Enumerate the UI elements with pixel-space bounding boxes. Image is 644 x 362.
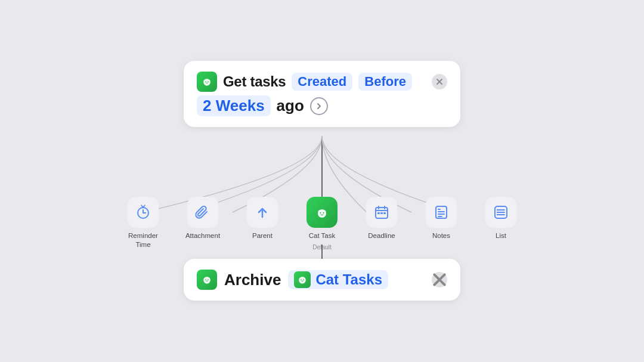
badge-before[interactable]: Before bbox=[358, 73, 412, 91]
top-card: Get tasks Created Before 2 Weeks ago bbox=[184, 61, 460, 127]
app-icon-bottom bbox=[197, 270, 217, 290]
cat-task-icon bbox=[314, 204, 330, 221]
connectors-svg bbox=[0, 0, 644, 362]
svg-point-34 bbox=[205, 279, 206, 280]
node-cat-task[interactable]: Cat Task Default bbox=[298, 197, 346, 250]
nodes-row: ReminderTime Attachment Parent bbox=[119, 197, 525, 250]
list-label: List bbox=[496, 231, 506, 240]
svg-line-9 bbox=[141, 205, 143, 207]
reminder-time-icon-bg bbox=[128, 197, 159, 228]
list-icon bbox=[493, 204, 509, 221]
next-arrow-button[interactable] bbox=[310, 97, 328, 115]
attachment-icon-bg bbox=[187, 197, 218, 228]
list-icon-bg bbox=[485, 197, 516, 228]
svg-point-12 bbox=[320, 212, 321, 214]
node-deadline[interactable]: Deadline bbox=[358, 197, 405, 240]
node-parent[interactable]: Parent bbox=[239, 197, 286, 240]
bottom-card-close-button[interactable] bbox=[432, 272, 447, 287]
svg-point-13 bbox=[323, 212, 324, 214]
paperclip-icon bbox=[194, 204, 211, 221]
svg-line-10 bbox=[144, 205, 145, 207]
node-notes[interactable]: Notes bbox=[417, 197, 465, 240]
calendar-icon bbox=[373, 204, 390, 221]
svg-point-32 bbox=[497, 214, 498, 215]
node-list[interactable]: List bbox=[477, 197, 525, 240]
arrow-up-icon bbox=[254, 204, 271, 221]
svg-point-35 bbox=[208, 279, 209, 280]
svg-point-30 bbox=[497, 209, 498, 211]
top-card-title: Get tasks bbox=[223, 73, 286, 90]
svg-point-37 bbox=[301, 279, 302, 280]
badge-app-icon bbox=[294, 271, 311, 288]
svg-point-4 bbox=[208, 81, 209, 82]
cat-task-icon-bg bbox=[306, 197, 338, 228]
badge-2weeks[interactable]: 2 Weeks bbox=[197, 95, 271, 116]
clock-icon bbox=[135, 204, 151, 221]
svg-point-2 bbox=[203, 79, 210, 86]
cat-task-label: Cat Task bbox=[309, 231, 336, 240]
node-attachment[interactable]: Attachment bbox=[179, 197, 227, 240]
parent-icon-bg bbox=[247, 197, 278, 228]
cat-task-sublabel: Default bbox=[312, 244, 332, 250]
ago-text: ago bbox=[277, 97, 304, 115]
reminder-time-label: ReminderTime bbox=[128, 231, 158, 249]
svg-rect-18 bbox=[377, 212, 380, 214]
bottom-card-title: Archive bbox=[224, 271, 281, 289]
node-reminder-time[interactable]: ReminderTime bbox=[119, 197, 167, 249]
svg-point-33 bbox=[203, 277, 210, 284]
deadline-label: Deadline bbox=[368, 231, 395, 240]
badge-created[interactable]: Created bbox=[292, 73, 352, 91]
svg-point-3 bbox=[205, 81, 206, 82]
deadline-icon-bg bbox=[366, 197, 397, 228]
attachment-label: Attachment bbox=[185, 231, 220, 240]
bottom-card-badge[interactable]: Cat Tasks bbox=[288, 270, 388, 289]
top-card-close-button[interactable] bbox=[432, 74, 447, 89]
canvas: Get tasks Created Before 2 Weeks ago bbox=[0, 0, 644, 362]
app-icon-top bbox=[197, 72, 217, 92]
svg-rect-19 bbox=[380, 212, 383, 214]
svg-point-31 bbox=[497, 212, 498, 213]
svg-point-38 bbox=[304, 279, 305, 280]
svg-rect-20 bbox=[383, 212, 386, 214]
bottom-card: Archive Cat Tasks bbox=[184, 259, 460, 301]
svg-point-36 bbox=[299, 277, 306, 284]
badge-cat-tasks-text: Cat Tasks bbox=[315, 271, 382, 288]
parent-label: Parent bbox=[252, 231, 273, 240]
notes-icon-bg bbox=[426, 197, 457, 228]
notes-icon bbox=[433, 204, 450, 221]
notes-label: Notes bbox=[432, 231, 450, 240]
